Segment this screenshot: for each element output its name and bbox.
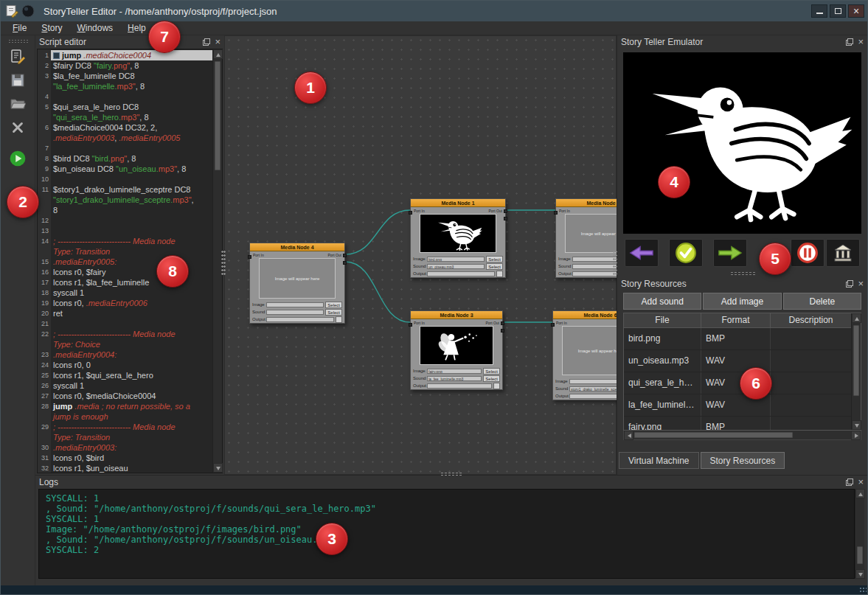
minimize-button[interactable] <box>811 4 827 18</box>
toolbar-grip[interactable] <box>8 39 28 44</box>
splitter-handle-left[interactable] <box>221 250 226 275</box>
close-panel-icon[interactable]: × <box>858 280 864 288</box>
node-canvas[interactable]: Media Node 4Port InPort OutImage will ap… <box>224 35 617 475</box>
port-out-2[interactable] <box>504 217 507 220</box>
code-row[interactable]: 5$qui_sera_le_hero DC8 <box>38 102 212 112</box>
code-row[interactable]: 26syscall 1 <box>38 380 212 391</box>
output-field[interactable] <box>266 317 334 322</box>
code-row[interactable]: 23.mediaEntry0004: <box>38 349 212 360</box>
float-panel-icon[interactable] <box>203 38 210 46</box>
media-node[interactable]: Media Node 4Port InPort OutImage will ap… <box>249 243 345 324</box>
scroll-up-button[interactable] <box>855 489 865 498</box>
sound-field[interactable]: un_oiseau.mp3 <box>427 264 485 269</box>
validate-button[interactable] <box>669 239 703 267</box>
splitter-handle-right[interactable] <box>613 250 617 275</box>
code-row[interactable]: 13 <box>38 226 212 236</box>
code-row[interactable]: .mediaEntry0003, .mediaEntry0005 <box>38 133 212 143</box>
code-row[interactable]: 19lcons r0, .mediaEntry0006 <box>38 298 212 308</box>
sound-field[interactable] <box>266 310 324 315</box>
panel-splitter-handle[interactable] <box>730 271 755 276</box>
format-column-header[interactable]: Format <box>701 313 771 327</box>
tab-virtual-machine[interactable]: Virtual Machine <box>619 452 699 469</box>
code-row[interactable]: Type: Transition <box>38 246 212 257</box>
image-field[interactable] <box>569 379 617 384</box>
close-panel-icon[interactable]: × <box>858 38 864 46</box>
add-image-button[interactable]: Add image <box>703 293 781 310</box>
image-field[interactable]: fairy.png <box>427 369 482 374</box>
output-button[interactable] <box>493 383 500 389</box>
scroll-right-button[interactable] <box>851 431 861 440</box>
add-sound-button[interactable]: Add sound <box>623 293 701 310</box>
code-row[interactable]: 12 <box>38 215 212 226</box>
code-row[interactable]: 4 <box>38 91 212 102</box>
code-row[interactable]: 24lcons r0, 0 <box>38 360 212 370</box>
scroll-down-button[interactable] <box>855 569 865 579</box>
home-button[interactable] <box>826 239 860 267</box>
code-row[interactable]: 25lcons r1, $qui_sera_le_hero <box>38 370 212 380</box>
float-panel-icon[interactable] <box>846 280 853 288</box>
output-button[interactable] <box>336 316 342 323</box>
code-row[interactable]: 9$un_oiseau DC8 "un_oiseau.mp3", 8 <box>38 164 212 174</box>
scroll-left-button[interactable] <box>624 431 633 440</box>
code-row[interactable]: 21 <box>38 319 212 329</box>
sound-select-button[interactable]: Select <box>483 375 500 382</box>
next-button[interactable] <box>713 239 747 267</box>
node-title[interactable]: Media Node 5 <box>556 199 617 207</box>
code-row[interactable]: "story1_drako_luminelle_sceptre.mp3", <box>38 195 212 205</box>
title-bar[interactable]: StoryTeller Editor - /home/anthony/ostpr… <box>1 1 868 21</box>
image-field[interactable] <box>266 302 324 307</box>
pause-button[interactable] <box>791 239 824 267</box>
output-field[interactable] <box>569 394 617 399</box>
code-row[interactable]: jump is enough <box>38 411 212 422</box>
output-button[interactable] <box>496 271 503 277</box>
code-row[interactable]: 31lcons r0, $bird <box>38 453 212 463</box>
code-row[interactable]: 8 <box>38 205 212 215</box>
node-title[interactable]: Media Node 3 <box>411 311 502 319</box>
output-field[interactable] <box>427 271 495 276</box>
code-row[interactable]: 20ret <box>38 308 212 319</box>
float-panel-icon[interactable] <box>846 479 853 486</box>
image-select-button[interactable]: Select <box>325 302 342 308</box>
code-row[interactable]: 2$fairy DC8 "fairy.png", 8 <box>38 60 212 71</box>
open-button[interactable] <box>8 94 27 114</box>
table-row[interactable]: un_oiseau.mp3WAV <box>624 350 851 372</box>
node-title[interactable]: Media Node 6 <box>553 311 617 319</box>
code-row[interactable]: "qui_sera_le_hero.mp3", 8 <box>38 112 212 122</box>
scroll-thumb[interactable] <box>215 61 221 170</box>
node-title[interactable]: Media Node 4 <box>250 243 344 251</box>
code-row[interactable]: 7 <box>38 143 212 153</box>
port-out-1[interactable] <box>504 209 507 213</box>
tab-story-resources[interactable]: Story Resources <box>701 452 785 469</box>
media-node[interactable]: Media Node 1Port InPort OutImagebird.png… <box>410 198 506 278</box>
splitter-handle-bottom[interactable] <box>440 472 462 476</box>
port-out-2[interactable] <box>501 329 504 333</box>
sound-select-button[interactable]: Select <box>486 263 503 270</box>
resize-grip[interactable] <box>859 587 867 594</box>
resources-table-scrollbar[interactable] <box>851 313 861 430</box>
run-button[interactable] <box>8 149 27 168</box>
table-row[interactable]: fairy.pngBMP <box>624 417 851 430</box>
scroll-thumb[interactable] <box>634 432 793 438</box>
code-row[interactable]: 27lcons r0, $mediaChoice0004 <box>38 391 212 401</box>
code-row[interactable]: 18syscall 1 <box>38 288 212 298</box>
code-row[interactable]: 30.mediaEntry0003: <box>38 442 212 453</box>
script-editor[interactable]: 1jump .mediaChoice00042$fairy DC8 "fairy… <box>37 49 223 473</box>
media-node[interactable]: Media Node 6Port InPort OutImage will ap… <box>552 310 617 400</box>
scroll-thumb[interactable] <box>857 546 863 564</box>
delete-resource-button[interactable]: Delete <box>783 293 861 310</box>
port-out-1[interactable] <box>501 321 504 325</box>
output-field[interactable] <box>427 383 492 389</box>
logs-scrollbar[interactable] <box>855 489 864 579</box>
scroll-thumb[interactable] <box>853 325 859 396</box>
code-row[interactable]: 10 <box>38 174 212 184</box>
code-row[interactable]: Type: Choice <box>38 339 212 349</box>
code-row[interactable]: 1jump .mediaChoice0004 <box>38 50 212 60</box>
scroll-down-button[interactable] <box>213 463 223 473</box>
media-node[interactable]: Media Node 5Port InPort OutImage will ap… <box>555 198 617 278</box>
scroll-up-button[interactable] <box>852 313 861 323</box>
table-row[interactable]: qui_sera_le_hero.mp3WAV <box>624 372 851 394</box>
menu-story[interactable]: Story <box>34 22 69 34</box>
image-select-button[interactable]: Select <box>486 256 503 262</box>
scroll-down-button[interactable] <box>852 420 861 430</box>
table-row[interactable]: bird.pngBMP <box>624 328 851 350</box>
